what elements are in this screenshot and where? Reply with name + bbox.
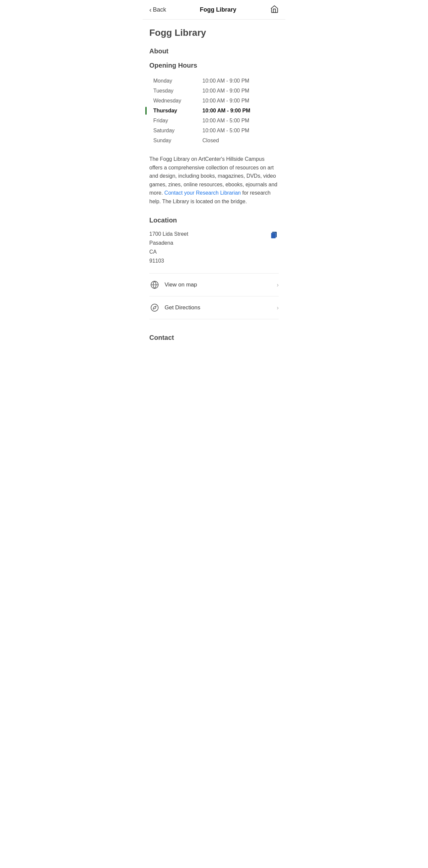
main-content: Fogg Library About Opening Hours Monday … bbox=[143, 20, 285, 355]
hours-row-tuesday: Tuesday 10:00 AM - 9:00 PM bbox=[149, 86, 279, 96]
action-list: View on map › Get Directions › bbox=[149, 273, 279, 319]
address-line2: Pasadena bbox=[149, 238, 188, 247]
svg-rect-1 bbox=[271, 233, 276, 238]
day-sunday: Sunday bbox=[149, 137, 202, 144]
day-saturday: Saturday bbox=[149, 128, 202, 134]
address-line1: 1700 Lida Street bbox=[149, 229, 188, 238]
time-monday: 10:00 AM - 9:00 PM bbox=[202, 78, 249, 84]
address-line3: CA bbox=[149, 247, 188, 256]
day-monday: Monday bbox=[149, 78, 202, 84]
get-directions-button[interactable]: Get Directions › bbox=[149, 297, 279, 319]
address-line4: 91103 bbox=[149, 256, 188, 265]
chevron-left-icon: ‹ bbox=[149, 6, 152, 13]
page-title: Fogg Library bbox=[149, 28, 279, 38]
opening-hours-section: Opening Hours Monday 10:00 AM - 9:00 PM … bbox=[149, 62, 279, 146]
back-button[interactable]: ‹ Back bbox=[149, 6, 166, 13]
time-wednesday: 10:00 AM - 9:00 PM bbox=[202, 98, 249, 104]
opening-hours-label: Opening Hours bbox=[149, 62, 279, 69]
day-friday: Friday bbox=[149, 118, 202, 124]
hours-row-wednesday: Wednesday 10:00 AM - 9:00 PM bbox=[149, 96, 279, 106]
about-section-title: About bbox=[149, 48, 279, 55]
time-friday: 10:00 AM - 5:00 PM bbox=[202, 118, 249, 124]
header-title: Fogg Library bbox=[166, 6, 270, 13]
home-icon bbox=[270, 5, 279, 13]
address-text: 1700 Lida Street Pasadena CA 91103 bbox=[149, 229, 188, 266]
view-on-map-button[interactable]: View on map › bbox=[149, 274, 279, 297]
time-thursday: 10:00 AM - 9:00 PM bbox=[202, 108, 250, 114]
description: The Fogg Library on ArtCenter's Hillside… bbox=[149, 155, 279, 206]
hours-row-monday: Monday 10:00 AM - 9:00 PM bbox=[149, 76, 279, 86]
day-wednesday: Wednesday bbox=[149, 98, 202, 104]
address-row: 1700 Lida Street Pasadena CA 91103 bbox=[149, 229, 279, 266]
contact-section-title: Contact bbox=[149, 327, 279, 341]
research-librarian-link[interactable]: Contact your Research Librarian bbox=[164, 190, 240, 196]
view-on-map-chevron-icon: › bbox=[277, 281, 279, 288]
hours-row-friday: Friday 10:00 AM - 5:00 PM bbox=[149, 116, 279, 126]
time-tuesday: 10:00 AM - 9:00 PM bbox=[202, 88, 249, 94]
hours-row-thursday: Thursday 10:00 AM - 9:00 PM bbox=[149, 106, 279, 116]
svg-marker-5 bbox=[153, 306, 156, 309]
location-section: Location 1700 Lida Street Pasadena CA 91… bbox=[149, 217, 279, 320]
globe-icon bbox=[149, 279, 160, 290]
day-tuesday: Tuesday bbox=[149, 88, 202, 94]
hours-table: Monday 10:00 AM - 9:00 PM Tuesday 10:00 … bbox=[149, 76, 279, 146]
copy-address-button[interactable] bbox=[269, 230, 279, 241]
view-on-map-label: View on map bbox=[165, 281, 277, 288]
time-saturday: 10:00 AM - 5:00 PM bbox=[202, 128, 249, 134]
hours-row-sunday: Sunday Closed bbox=[149, 135, 279, 146]
hours-row-saturday: Saturday 10:00 AM - 5:00 PM bbox=[149, 126, 279, 135]
svg-point-4 bbox=[151, 304, 158, 311]
time-sunday: Closed bbox=[202, 137, 219, 144]
copy-icon bbox=[269, 230, 279, 239]
day-thursday: Thursday bbox=[149, 108, 202, 114]
home-button[interactable] bbox=[270, 5, 279, 14]
back-label: Back bbox=[153, 6, 166, 13]
location-section-title: Location bbox=[149, 217, 279, 224]
today-indicator bbox=[145, 107, 147, 115]
header: ‹ Back Fogg Library bbox=[143, 0, 285, 20]
get-directions-label: Get Directions bbox=[165, 304, 277, 311]
navigation-icon bbox=[149, 302, 160, 313]
get-directions-chevron-icon: › bbox=[277, 304, 279, 311]
